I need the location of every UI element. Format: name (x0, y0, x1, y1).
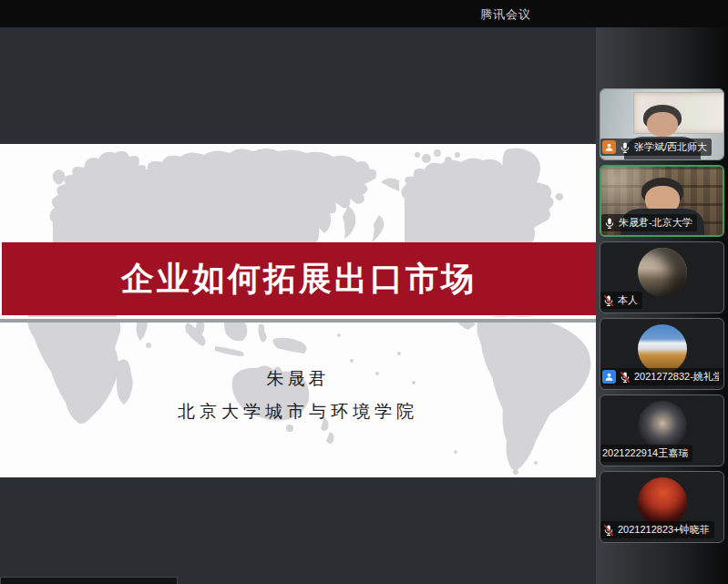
mic-on-icon (619, 141, 631, 154)
slide-title: 企业如何拓展出口市场 (121, 257, 477, 302)
mic-muted-icon (602, 524, 615, 537)
mic-muted-icon (619, 371, 631, 384)
taskbar-fragment (0, 577, 178, 584)
slide-presenter-name: 朱晟君 (0, 367, 596, 391)
screen-share-area: 企业如何拓展出口市场 朱晟君 北京大学城市与环境学院 (0, 27, 596, 584)
participant-sidebar[interactable]: 张学斌/西北师大 朱晟君-北京大学 (596, 27, 728, 584)
slide-divider-bar (0, 317, 596, 323)
participant-avatar (638, 324, 687, 374)
participant-avatar (638, 248, 687, 297)
participant-tile-self[interactable]: 本人 (600, 241, 724, 313)
participant-label: 本人 (600, 292, 642, 309)
member-person-badge-icon (602, 370, 616, 384)
participant-label: 2021212823+钟晓菲 (600, 521, 714, 538)
participant-tile[interactable]: 2021212823+钟晓菲 (600, 471, 724, 543)
participant-name: 2021212823+钟晓菲 (618, 523, 710, 537)
participant-label: 朱晟君-北京大学 (601, 214, 697, 231)
participant-label: 2021272832-姚礼堂 (600, 368, 723, 385)
slide-title-banner: 企业如何拓展出口市场 (2, 242, 596, 315)
participant-name: 朱晟君-北京大学 (619, 216, 692, 230)
person-silhouette (647, 112, 678, 137)
participant-name: 2021222914王嘉瑞 (602, 446, 688, 460)
presentation-slide: 企业如何拓展出口市场 朱晟君 北京大学城市与环境学院 (0, 144, 596, 477)
participant-name: 张学斌/西北师大 (634, 140, 707, 154)
participant-tile[interactable]: 张学斌/西北师大 (600, 88, 724, 160)
mic-on-icon (603, 217, 616, 230)
slide-affiliation: 北京大学城市与环境学院 (0, 400, 596, 424)
participant-label: 张学斌/西北师大 (600, 138, 712, 156)
participant-tile[interactable]: 2021272832-姚礼堂 (600, 318, 724, 390)
participant-name: 本人 (618, 293, 638, 307)
host-person-badge-icon (602, 140, 616, 154)
participant-tile[interactable]: 2021222914王嘉瑞 (600, 394, 724, 466)
participant-avatar (638, 477, 687, 527)
participant-tile-active-speaker[interactable]: 朱晟君-北京大学 (600, 165, 724, 237)
app-title: 腾讯会议 (480, 6, 531, 23)
participant-label: 2021222914王嘉瑞 (600, 445, 692, 462)
mic-muted-icon (602, 294, 615, 307)
window-title-bar: 腾讯会议 (0, 0, 728, 27)
tencent-meeting-window: 腾讯会议 (0, 0, 728, 584)
participant-name: 2021272832-姚礼堂 (634, 370, 719, 384)
participant-avatar (638, 401, 687, 450)
